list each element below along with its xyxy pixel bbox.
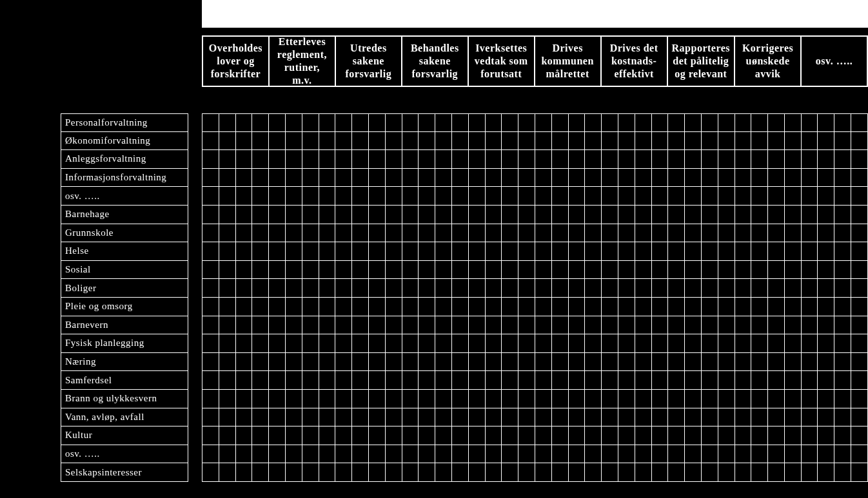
grid-cell [585, 150, 602, 169]
grid-cell [802, 113, 818, 132]
row-header: Anleggsforvaltning [61, 150, 188, 169]
grid-cell [851, 187, 868, 206]
grid-cell [718, 463, 735, 482]
grid-cell [302, 279, 319, 298]
grid-cell [286, 408, 302, 427]
grid-cell [486, 445, 502, 464]
grid-cell [502, 261, 518, 280]
grid-cell [818, 224, 834, 243]
grid-row [202, 132, 868, 151]
grid-cell [602, 316, 618, 335]
grid-cell [302, 316, 319, 335]
grid-cell [386, 242, 402, 261]
grid-cell [286, 206, 302, 224]
grid-cell [635, 279, 652, 298]
grid-cell [768, 113, 785, 132]
grid-cell [286, 390, 302, 408]
grid-cell [768, 390, 785, 408]
column-header: Rapporteres det pålitelig og relevant [668, 35, 736, 87]
grid-cell [518, 390, 535, 408]
grid-cell [419, 426, 435, 445]
grid-cell [236, 353, 253, 372]
grid-cell [685, 426, 702, 445]
grid-cell [702, 371, 718, 390]
grid-cell [569, 150, 586, 169]
grid-cell [552, 242, 569, 261]
grid-cell [452, 408, 469, 427]
grid-cell [652, 353, 669, 372]
grid-cell [252, 463, 269, 482]
grid-cell [486, 463, 502, 482]
grid-cell [435, 261, 452, 280]
grid-cell [702, 316, 718, 335]
grid-cell [768, 261, 785, 280]
grid-cell [302, 224, 319, 243]
grid-cell [751, 279, 768, 298]
grid-cell [302, 390, 319, 408]
grid-cell [602, 408, 618, 427]
grid-cell [602, 113, 618, 132]
grid-cell [219, 408, 236, 427]
grid-cell [369, 371, 386, 390]
grid-cell [552, 371, 569, 390]
grid-cell [419, 187, 435, 206]
grid-cell [369, 390, 386, 408]
grid-cell [702, 426, 718, 445]
grid-cell [569, 279, 586, 298]
grid-cell [535, 353, 552, 372]
grid-cell [236, 371, 253, 390]
grid-cell [219, 316, 236, 335]
grid-cell [851, 224, 868, 243]
grid-cell [469, 316, 486, 335]
grid-cell [518, 445, 535, 464]
grid-cell [751, 298, 768, 316]
grid-cell [652, 150, 669, 169]
grid-cell [236, 463, 253, 482]
grid-row [202, 150, 868, 169]
grid-cell [486, 298, 502, 316]
grid-cell [469, 132, 486, 151]
grid-cell [585, 113, 602, 132]
grid-cell [802, 132, 818, 151]
grid-cell [302, 426, 319, 445]
grid-cell [486, 426, 502, 445]
grid-cell [718, 316, 735, 335]
grid-row [202, 187, 868, 206]
grid-cell [802, 298, 818, 316]
grid-cell [602, 463, 618, 482]
grid-cell [685, 132, 702, 151]
grid-cell [552, 169, 569, 187]
grid-cell [851, 371, 868, 390]
grid-cell [535, 132, 552, 151]
grid-cell [269, 334, 286, 353]
grid-cell [718, 390, 735, 408]
grid-cell [668, 316, 685, 335]
grid-cell [252, 353, 269, 372]
grid-cell [685, 261, 702, 280]
grid-cell [252, 206, 269, 224]
grid-cell [469, 426, 486, 445]
grid-cell [585, 279, 602, 298]
grid-cell [252, 113, 269, 132]
grid-cell [352, 463, 369, 482]
grid-cell [369, 463, 386, 482]
grid-cell [286, 169, 302, 187]
grid-cell [569, 187, 586, 206]
grid-cell [335, 113, 352, 132]
grid-cell [518, 224, 535, 243]
grid-cell [635, 169, 652, 187]
grid-cell [635, 206, 652, 224]
grid-cell [402, 463, 419, 482]
grid-cell [635, 316, 652, 335]
grid-cell [569, 463, 586, 482]
grid-cell [618, 316, 635, 335]
grid-cell [435, 224, 452, 243]
grid-cell [469, 150, 486, 169]
grid-cell [685, 371, 702, 390]
grid-cell [486, 113, 502, 132]
grid-cell [785, 261, 802, 280]
column-header: Etterleves reglement, rutiner, m.v. [270, 35, 336, 87]
grid-cell [252, 334, 269, 353]
grid-cell [585, 169, 602, 187]
grid-cell [518, 242, 535, 261]
